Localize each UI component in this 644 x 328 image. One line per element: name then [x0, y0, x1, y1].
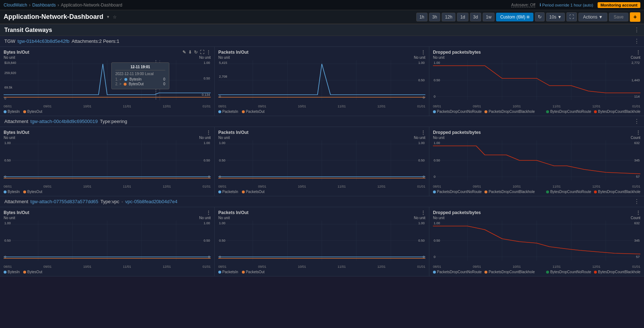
tgw-more-icon[interactable]: ⋮: [634, 38, 640, 45]
add-widget-button[interactable]: +: [630, 12, 640, 22]
refresh-chart-icon[interactable]: ↻: [194, 50, 198, 55]
attachment2-header: Attachment tgw-attach-07755d837a577dd65 …: [0, 196, 644, 207]
toolbar-right: 1h 3h 12h 1d 3d 1w Custom (6M) ⊞ ↻ 10s ▼…: [416, 12, 640, 22]
chart-tooltip: 12-11 19:01 2022-12-11 19:00 Local 1. ✓ …: [111, 62, 169, 89]
chart-title-bytes1: Bytes In/Out ✎ ⬇ ↻ ⛶ ⋮: [4, 50, 211, 55]
time-3h[interactable]: 3h: [429, 13, 440, 21]
legend-dropped1: PacketsDropCountNoRoute PacketsDropCount…: [433, 110, 640, 114]
breadcrumb: CloudWatch › Dashboards › Application-Ne…: [4, 3, 122, 8]
bytes-inout-chart-3: Bytes In/Out ⋮ No unit No unit 1.00 0.50…: [0, 207, 215, 276]
chart-area-dropped2: 1.00 0.50 0 632 345 57: [433, 140, 640, 184]
toolbar: Application-Network-Dashboard ▼ ☆ 1h 3h …: [0, 10, 644, 24]
y-label-left-1: No unit: [4, 56, 15, 60]
legend-dropped3: PacketsDropCountNoRoute PacketsDropCount…: [433, 270, 640, 274]
refresh-interval-selector[interactable]: 10s ▼: [546, 13, 565, 21]
legend-bytes3: BytesIn BytesOut: [4, 270, 211, 274]
attachment2-type: Type:vpc: [100, 199, 119, 204]
breadcrumb-cloudwatch[interactable]: CloudWatch: [4, 3, 27, 8]
bytes2-svg: [4, 140, 211, 182]
more-packets2-icon[interactable]: ⋮: [421, 130, 425, 135]
charts-row-2: Bytes In/Out ⋮ No unit No unit 1.00 0.50…: [0, 127, 644, 196]
more-dropped2-icon[interactable]: ⋮: [636, 130, 640, 135]
autosave-label: Autosave: Off: [511, 3, 535, 7]
attachment1-id-link[interactable]: tgw-attach-00c4b8d9c69500019: [30, 119, 98, 124]
dropped-chart-1: Dropped packets/bytes ⋮ No unit Count 1.…: [429, 47, 644, 116]
dropped-chart-3: Dropped packets/bytes ⋮ No unit Count 1.…: [429, 207, 644, 276]
section-more-icon[interactable]: ⋮: [634, 26, 640, 33]
breadcrumb-dashboards[interactable]: Dashboards: [32, 3, 56, 8]
more-bytes2-icon[interactable]: ⋮: [206, 130, 211, 135]
section-title: Transit Gateways: [4, 27, 52, 33]
time-custom[interactable]: Custom (6M) ⊞: [496, 13, 533, 21]
chart-title-packets1: Packets In/Out ⋮: [218, 50, 425, 55]
attachment2-vpc-link[interactable]: vpc-05b8fead20b04d7e4: [125, 199, 177, 204]
packets-inout-chart-1: Packets In/Out ⋮ No unit No unit 5,415 2…: [215, 47, 429, 116]
legend-bytes2: BytesIn BytesOut: [4, 190, 211, 194]
chart-actions-dropped1: ⋮: [636, 50, 640, 55]
download-icon[interactable]: ⬇: [188, 50, 192, 55]
refresh-button[interactable]: ↻: [535, 12, 545, 21]
fullscreen-button[interactable]: ⛶: [566, 12, 577, 21]
attachment2-id-link[interactable]: tgw-attach-07755d837a577dd65: [30, 199, 98, 204]
tgw-info: Attachments:2 Peers:1: [71, 38, 119, 44]
more-bytes3-icon[interactable]: ⋮: [206, 210, 211, 215]
packets-inout-chart-2: Packets In/Out ⋮ No unit No unit 1.00 0.…: [215, 127, 429, 196]
monitoring-account-badge[interactable]: Monitoring account: [598, 2, 640, 8]
more-chart-icon[interactable]: ⋮: [206, 50, 211, 55]
chart-area-packets2: 1.00 0.50 0 1.00 0.50 0: [218, 140, 425, 184]
chart-area-bytes3: 1.00 0.50 0 1.00 0.50 0: [4, 221, 211, 264]
edit-icon[interactable]: ✎: [182, 50, 186, 55]
save-button[interactable]: Save: [609, 13, 628, 21]
bytes3-svg: [4, 221, 211, 262]
expand-icon[interactable]: ⛶: [200, 50, 204, 55]
legend-packets1: PacketsIn PacketsOut: [218, 110, 425, 114]
legend-packets2: PacketsIn PacketsOut: [218, 190, 425, 194]
legend-packets3: PacketsIn PacketsOut: [218, 270, 425, 274]
chart-title-dropped1: Dropped packets/bytes ⋮: [433, 50, 640, 55]
actions-button[interactable]: Actions ▼: [578, 13, 607, 21]
chart-actions-1: ✎ ⬇ ↻ ⛶ ⋮: [182, 50, 211, 55]
favorite-star[interactable]: ☆: [113, 15, 117, 20]
chart-area-dropped1: 1.00 0.50 0 2,772 1,443 114: [433, 60, 640, 104]
time-12h[interactable]: 12h: [442, 13, 455, 21]
charts-row-3: Bytes In/Out ⋮ No unit No unit 1.00 0.50…: [0, 207, 644, 276]
time-1w[interactable]: 1w: [483, 13, 495, 21]
dropped1-svg: [433, 60, 640, 102]
attachment1-type: Type:peering: [100, 119, 127, 124]
y-label-right-1: No unit: [199, 56, 211, 60]
packets-inout-chart-3: Packets In/Out ⋮ No unit No unit 1.00 0.…: [215, 207, 429, 276]
title-dropdown-arrow[interactable]: ▼: [106, 15, 110, 19]
time-1d[interactable]: 1d: [457, 13, 468, 21]
bytes1-svg: [4, 60, 211, 102]
chart-area-bytes1: $19,840 259,920 69.5k 0 1.00 0.50 0.134: [4, 60, 211, 104]
packets3-svg: [218, 221, 425, 262]
tgw-id-link[interactable]: tgw-01b44c63b8d5e42fb: [17, 38, 69, 44]
tgw-header: TGW tgw-01b44c63b8d5e42fb Attachments:2 …: [0, 36, 644, 47]
transit-gateways-section: Transit Gateways ⋮: [0, 24, 644, 36]
page-title: Application-Network-Dashboard: [4, 13, 103, 21]
period-override[interactable]: ℹ Period override 1 hour (auto): [540, 3, 593, 7]
dropped3-svg: [433, 221, 640, 262]
more-dropped3-icon[interactable]: ⋮: [636, 210, 640, 215]
attachment1-more-icon[interactable]: ⋮: [634, 118, 640, 125]
packets2-svg: [218, 140, 425, 182]
more-dropped1-icon[interactable]: ⋮: [636, 50, 640, 55]
more-packets3-icon[interactable]: ⋮: [421, 210, 425, 215]
chart-area-bytes2: 1.00 0.50 0 1.00 0.50 0: [4, 140, 211, 184]
time-3d[interactable]: 3d: [470, 13, 481, 21]
page-title-area: Application-Network-Dashboard ▼ ☆: [4, 13, 117, 21]
top-bar: CloudWatch › Dashboards › Application-Ne…: [0, 0, 644, 10]
charts-row-1: Bytes In/Out ✎ ⬇ ↻ ⛶ ⋮ No unit No unit $…: [0, 47, 644, 116]
attachment1-header: Attachment tgw-attach-00c4b8d9c69500019 …: [0, 116, 644, 127]
tgw-title: TGW tgw-01b44c63b8d5e42fb Attachments:2 …: [4, 38, 119, 44]
time-1h[interactable]: 1h: [416, 13, 428, 21]
more-packets1-icon[interactable]: ⋮: [421, 50, 425, 55]
chart-title-bytes2: Bytes In/Out ⋮: [4, 130, 211, 135]
top-right-controls: Autosave: Off ℹ Period override 1 hour (…: [511, 2, 640, 8]
attachment2-title: Attachment tgw-attach-07755d837a577dd65 …: [4, 199, 177, 204]
legend-bytes1: BytesIn BytesOut: [4, 110, 211, 114]
chart-area-dropped3: 1.00 0.50 0 632 345 57: [433, 221, 640, 264]
main-content: Transit Gateways ⋮ TGW tgw-01b44c63b8d5e…: [0, 24, 644, 328]
dropped-chart-2: Dropped packets/bytes ⋮ No unit Count 1.…: [429, 127, 644, 196]
attachment2-more-icon[interactable]: ⋮: [634, 198, 640, 205]
